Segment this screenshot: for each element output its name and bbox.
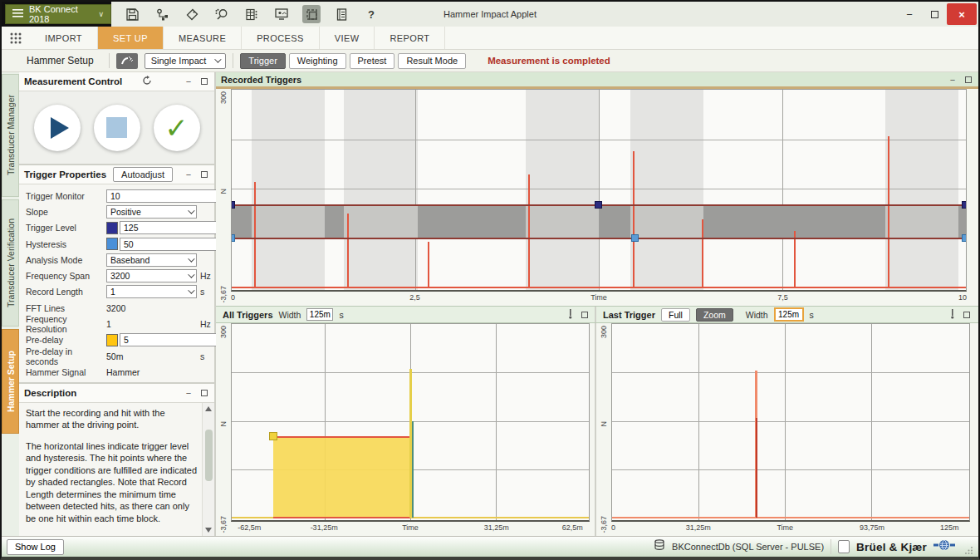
select-value: Baseband — [110, 255, 149, 265]
help-icon[interactable]: ? — [362, 5, 380, 23]
close-button[interactable]: × — [947, 3, 977, 25]
maximize-panel-icon[interactable] — [962, 310, 972, 320]
full-button[interactable]: Full — [661, 308, 690, 322]
sidebar-tab-transducer-manager[interactable]: Transducer Manager — [2, 74, 19, 197]
x-tick-label: 7,5 — [777, 293, 788, 302]
search-icon[interactable] — [213, 5, 231, 23]
view-button-result-mode[interactable]: Result Mode — [398, 53, 466, 69]
brand-checkbox[interactable] — [838, 540, 850, 553]
sidebar-tab-hammer-setup[interactable]: Hammer Setup — [2, 329, 19, 434]
view-button-pretest[interactable]: Pretest — [350, 53, 395, 69]
impact-mode-select[interactable]: Single Impact — [145, 53, 227, 69]
main-area: Transducer ManagerTransducer Verificatio… — [2, 72, 978, 536]
ribbon-tab-measure[interactable]: MEASURE — [164, 27, 242, 49]
property-label: Analysis Mode — [26, 255, 106, 265]
stop-measurement-button[interactable] — [94, 105, 140, 151]
hysteresis-gripper[interactable] — [631, 234, 639, 242]
chevron-down-icon — [188, 287, 194, 294]
hysteresis-gripper[interactable] — [231, 234, 235, 242]
maximize-panel-icon[interactable] — [199, 169, 209, 179]
maximize-panel-icon[interactable] — [580, 310, 590, 320]
property-value: 3200 — [106, 303, 125, 313]
property-row-trigger-level: Trigger LevelN — [26, 220, 211, 236]
ribbon-tab-set-up[interactable]: SET UP — [98, 27, 164, 49]
transducer-tree-icon[interactable] — [153, 5, 171, 23]
applet-layout-icon[interactable] — [302, 5, 321, 23]
minimize-panel-icon[interactable]: − — [184, 76, 194, 86]
pre-delay-gripper[interactable] — [269, 432, 277, 440]
data-table-icon[interactable] — [243, 5, 261, 23]
description-header: Description − — [19, 384, 214, 403]
trigger-level-gripper[interactable] — [962, 201, 967, 209]
resize-grip[interactable] — [965, 543, 973, 551]
sidebar-tab-transducer-verification[interactable]: Transducer Verification — [2, 199, 19, 327]
property-label: Pre-delay — [26, 335, 106, 345]
property-row-analysis-mode: Analysis ModeBaseband — [26, 252, 211, 268]
separator — [831, 539, 831, 554]
scrollbar-thumb[interactable] — [205, 430, 213, 481]
all-triggers-width-input[interactable] — [306, 308, 333, 321]
recorded-triggers-plot — [231, 89, 967, 292]
slope-select[interactable]: Positive — [106, 205, 197, 219]
minimize-panel-icon[interactable]: − — [184, 169, 194, 179]
hit-block-band — [885, 90, 958, 290]
y-axis: 300N-3,67 — [216, 89, 231, 306]
frequency-span-select[interactable]: 3200 — [106, 269, 197, 282]
chevron-down-icon — [188, 255, 194, 262]
x-axis: 02,5Time7,510 — [231, 292, 967, 306]
trigger-monitor-input[interactable] — [106, 189, 227, 203]
description-scrollbar[interactable] — [202, 403, 214, 536]
analysis-mode-select[interactable]: Baseband — [106, 253, 197, 267]
property-row-hysteresis: HysteresisN — [26, 236, 211, 252]
maximize-panel-icon[interactable] — [963, 75, 973, 85]
zoom-button[interactable]: Zoom — [696, 308, 733, 322]
display-icon[interactable] — [272, 5, 291, 23]
save-icon[interactable] — [123, 5, 141, 23]
accept-measurement-button[interactable]: ✓ — [154, 105, 200, 151]
y-axis: 300N-3,67 — [216, 323, 231, 536]
property-row-frequency-span: Frequency Span3200Hz — [26, 268, 211, 283]
ribbon-tab-report[interactable]: REPORT — [375, 27, 445, 49]
notebook-icon[interactable] — [332, 5, 350, 23]
show-log-button[interactable]: Show Log — [7, 539, 64, 555]
ribbon-tab-import[interactable]: IMPORT — [30, 27, 98, 49]
horizontal-gridline — [612, 469, 969, 470]
minimize-panel-icon[interactable]: − — [184, 388, 194, 398]
x-axis-title: Time — [402, 523, 419, 532]
minimize-panel-icon[interactable]: − — [948, 75, 958, 85]
restore-button[interactable] — [922, 5, 947, 23]
scroll-down-icon[interactable] — [205, 528, 212, 533]
view-button-trigger[interactable]: Trigger — [240, 53, 285, 69]
trigger-zone-light-segment — [885, 205, 958, 238]
maximize-panel-icon[interactable] — [199, 388, 209, 398]
minimize-button[interactable]: − — [897, 5, 922, 23]
scroll-up-icon[interactable] — [205, 406, 212, 411]
trigger-level-gripper[interactable] — [231, 201, 235, 209]
property-row-slope: SlopePositive — [26, 204, 211, 219]
hammer-icon[interactable] — [116, 53, 138, 69]
apps-grid-icon[interactable] — [2, 27, 30, 49]
tag-icon[interactable] — [183, 5, 201, 23]
ribbon-tab-view[interactable]: VIEW — [320, 27, 375, 49]
property-row-hammer-signal: Hammer SignalHammer — [26, 364, 211, 380]
record-length-select[interactable]: 1 — [106, 285, 197, 298]
pin-icon[interactable] — [565, 309, 575, 321]
signal-baseline — [232, 287, 966, 288]
y-axis-unit-label: N — [600, 421, 608, 427]
maximize-panel-icon[interactable] — [199, 76, 209, 86]
pin-icon[interactable] — [947, 309, 957, 321]
view-button-weighting[interactable]: Weighting — [289, 53, 346, 69]
description-paragraph: The horizontal lines indicate trigger le… — [26, 440, 198, 525]
start-measurement-button[interactable] — [34, 105, 81, 151]
database-icon — [654, 539, 665, 554]
hysteresis-line[interactable] — [232, 238, 966, 239]
app-menu-button[interactable]: BK Connect 2018 ∨ — [5, 4, 111, 24]
trigger-level-gripper[interactable] — [595, 201, 602, 209]
select-value: Positive — [110, 207, 141, 217]
autoadjust-button[interactable]: Autoadjust — [113, 167, 173, 182]
refresh-icon[interactable] — [142, 76, 152, 87]
ribbon-tab-process[interactable]: PROCESS — [242, 27, 320, 49]
property-label: FFT Lines — [26, 303, 106, 313]
last-trigger-width-input[interactable] — [774, 307, 804, 322]
hysteresis-gripper[interactable] — [962, 234, 967, 242]
